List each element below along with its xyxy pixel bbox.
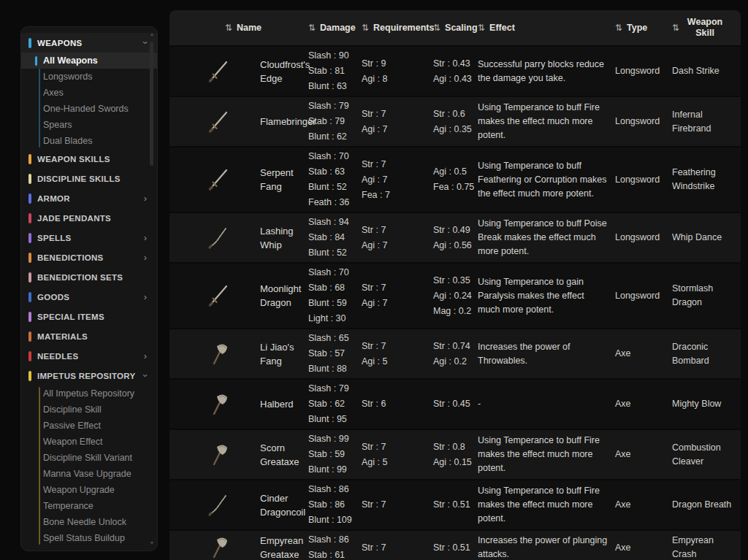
effect-text: Using Temperance to buff Feathering or C…	[478, 159, 615, 201]
table-row[interactable]: Flamebringer Slash : 79Stab : 79Blunt : …	[169, 96, 741, 146]
axe-icon	[206, 341, 232, 367]
damage-values: Slash : 79Stab : 79Blunt : 62	[308, 99, 362, 145]
scaling-values: Str : 0.74Agi : 0.2	[433, 339, 478, 369]
weapon-skill: Infernal Firebrand	[672, 108, 732, 136]
table-row[interactable]: Empyrean Greataxe Slash : 86Stab : 61 St…	[169, 529, 741, 560]
sidebar-section-weapons[interactable]: WEAPONS ›	[21, 33, 157, 53]
weapon-type: Axe	[615, 347, 672, 361]
table-row[interactable]: Li Jiao's Fang Slash : 65Stab : 57Blunt …	[169, 328, 741, 378]
sidebar-subitem-all-weapons[interactable]: All Weapons	[21, 53, 157, 69]
table-row[interactable]: Halberd Slash : 79Stab : 62Blunt : 95 St…	[169, 378, 741, 429]
sidebar-subitem-weapon-upgrade[interactable]: Weapon Upgrade	[21, 482, 157, 498]
weapon-icon-cell	[178, 283, 260, 309]
effect-text: Using Temperance to buff Fire makes the …	[478, 434, 615, 475]
weapon-skill: Combustion Cleaver	[672, 441, 732, 469]
sidebar-sublist: All Impetus Repository Discipline Skill …	[21, 386, 157, 546]
section-accent-bar	[28, 174, 31, 184]
column-header-name[interactable]: ⇅ Name	[178, 23, 308, 33]
sort-icon[interactable]: ⇅	[225, 23, 232, 33]
sidebar-subitem-one-handed-swords[interactable]: One-Handed Swords	[21, 101, 157, 117]
scroll-up-icon[interactable]: ▲	[149, 31, 155, 37]
sidebar-section-spells[interactable]: SPELLS ›	[21, 228, 157, 248]
table-row[interactable]: Moonlight Dragon Slash : 70Stab : 68Blun…	[169, 262, 741, 328]
sidebar-section-benedictions[interactable]: BENEDICTIONS ›	[21, 248, 157, 267]
weapon-name: Scorn Greataxe	[260, 441, 308, 469]
scroll-down-icon[interactable]: ▼	[149, 540, 155, 546]
weapon-skill: Empyrean Crash	[672, 534, 732, 560]
table-body: Cloudfrost's Edge Slash : 90Stab : 81Blu…	[169, 45, 741, 560]
scaling-values: Str : 0.45	[433, 396, 478, 412]
weapon-name: Halberd	[260, 397, 308, 411]
sort-icon[interactable]: ⇅	[615, 23, 622, 33]
column-header-scaling[interactable]: ⇅ Scaling	[433, 23, 478, 33]
column-header-damage[interactable]: ⇅ Damage	[308, 23, 362, 33]
sidebar-subitem-bone-needle-unlock[interactable]: Bone Needle Unlock	[21, 514, 157, 530]
sort-icon[interactable]: ⇅	[433, 23, 440, 33]
sidebar-section-label: JADE PENDANTS	[37, 214, 141, 223]
column-header-type[interactable]: ⇅ Type	[615, 23, 672, 33]
section-accent-bar	[28, 213, 31, 223]
sidebar-section-jade-pendants[interactable]: JADE PENDANTS	[21, 208, 157, 228]
sort-icon[interactable]: ⇅	[478, 23, 485, 33]
sidebar-subitem-label: Dual Blades	[43, 136, 92, 146]
weapon-type: Axe	[615, 397, 672, 411]
effect-text: Using Temperance to buff Poise Break mak…	[478, 217, 615, 258]
axe-icon	[206, 391, 232, 418]
table-row[interactable]: Lashing Whip Slash : 94Stab : 84Blunt : …	[169, 212, 741, 262]
sidebar-section-special-items[interactable]: SPECIAL ITEMS	[21, 307, 157, 326]
sidebar-section-label: MATERIALS	[37, 332, 141, 341]
sidebar-section-needles[interactable]: NEEDLES ›	[21, 346, 157, 366]
selected-marker-icon	[35, 56, 37, 66]
sidebar-subitem-spears[interactable]: Spears	[21, 117, 157, 133]
sidebar-section-armor[interactable]: ARMOR ›	[21, 188, 157, 208]
weapon-skill: Dragon Breath	[672, 498, 732, 512]
weapon-icon-cell	[178, 492, 260, 518]
table-row[interactable]: Cloudfrost's Edge Slash : 90Stab : 81Blu…	[169, 45, 741, 96]
weapon-type: Longsword	[615, 289, 672, 303]
requirement-values: Str : 7Agi : 5	[362, 339, 433, 369]
sidebar-section-label: IMPETUS REPOSITORY	[37, 372, 141, 380]
scaling-values: Str : 0.43Agi : 0.43	[433, 56, 478, 87]
sidebar-section-weapon-skills[interactable]: WEAPON SKILLS	[21, 149, 157, 169]
sidebar-subitem-label: Longswords	[43, 72, 92, 82]
weapon-skill: Dash Strike	[672, 64, 732, 78]
sidebar-section-goods[interactable]: GOODS ›	[21, 287, 157, 307]
table-row[interactable]: Scorn Greataxe Slash : 99Stab : 59Blunt …	[169, 429, 741, 479]
sidebar-subitem-label: Weapon Upgrade	[43, 485, 115, 495]
sidebar-subitem-axes[interactable]: Axes	[21, 85, 157, 101]
sidebar-subitem-temperance[interactable]: Temperance	[21, 498, 157, 514]
weapon-name: Flamebringer	[260, 115, 308, 129]
column-header-requirements[interactable]: ⇅ Requirements	[362, 23, 433, 33]
sidebar-subitem-manna-vase-upgrade[interactable]: Manna Vase Upgrade	[21, 466, 157, 482]
sidebar-section-materials[interactable]: MATERIALS	[21, 326, 157, 346]
sidebar-subitem-weapon-effect[interactable]: Weapon Effect	[21, 434, 157, 450]
sort-icon[interactable]: ⇅	[672, 23, 679, 33]
column-header-effect[interactable]: ⇅ Effect	[478, 23, 615, 33]
sidebar-section-impetus-repository[interactable]: IMPETUS REPOSITORY ›	[21, 366, 157, 386]
whip-icon	[206, 225, 232, 251]
requirement-values: Str : 7Agi : 7	[362, 223, 433, 253]
sidebar-subitem-discipline-skill[interactable]: Discipline Skill	[21, 402, 157, 418]
weapon-type: Axe	[615, 448, 672, 461]
sidebar-subitem-passive-effect[interactable]: Passive Effect	[21, 418, 157, 434]
table-row[interactable]: Serpent Fang Slash : 70Stab : 63Blunt : …	[169, 146, 741, 212]
sidebar-subitem-discipline-skill-variant[interactable]: Discipline Skill Variant	[21, 450, 157, 466]
scrollbar-thumb[interactable]	[150, 42, 153, 166]
sidebar-section-discipline-skills[interactable]: DISCIPLINE SKILLS	[21, 169, 157, 188]
sidebar-subitem-label: Temperance	[43, 501, 94, 511]
effect-text: Increases the power of plunging attacks.	[478, 534, 615, 560]
table-row[interactable]: Cinder Dragoncoil Slash : 86Stab : 86Blu…	[169, 479, 741, 529]
sort-icon[interactable]: ⇅	[362, 23, 369, 33]
column-header-weapon-skill[interactable]: ⇅ Weapon Skill	[672, 17, 732, 39]
sort-icon[interactable]: ⇅	[308, 23, 316, 33]
sidebar-scrollbar[interactable]: ▲ ▼	[149, 31, 155, 546]
sidebar-section-benediction-sets[interactable]: BENEDICTION SETS	[21, 267, 157, 287]
effect-text: Using Temperance to gain Paralysis makes…	[478, 275, 615, 317]
sidebar-subitem-all-impetus-repository[interactable]: All Impetus Repository	[21, 386, 157, 402]
sidebar-subitem-longswords[interactable]: Longswords	[21, 69, 157, 85]
sidebar-subitem-spell-status-buildup[interactable]: Spell Status Buildup	[21, 530, 157, 546]
sidebar-subitem-label: Bone Needle Unlock	[43, 517, 126, 527]
sidebar-subitem-dual-blades[interactable]: Dual Blades	[21, 133, 157, 149]
section-accent-bar	[28, 193, 31, 204]
sidebar-subitem-label: Axes	[43, 88, 64, 98]
